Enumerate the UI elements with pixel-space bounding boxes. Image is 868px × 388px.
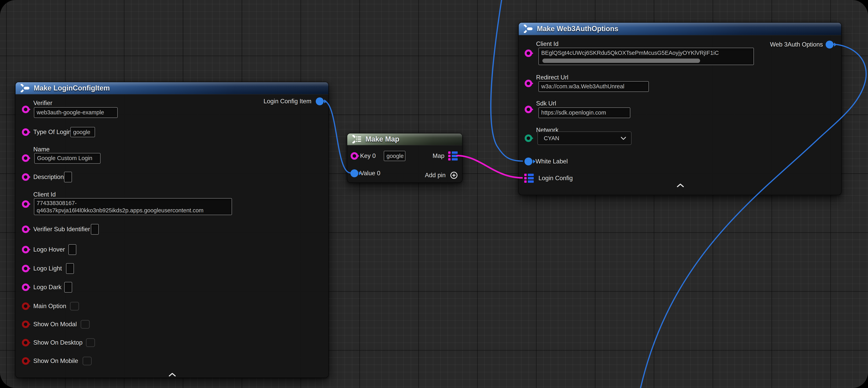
label-verifier: Verifier: [33, 99, 52, 107]
node-make-web3auth-options[interactable]: Make Web3AuthOptions Web 3Auth Options C…: [518, 22, 842, 195]
field-description[interactable]: [64, 172, 72, 182]
collapse-chevron-icon[interactable]: [677, 184, 684, 187]
network-dropdown-value: CYAN: [544, 135, 559, 142]
label-main-option: Main Option: [33, 302, 66, 310]
pin-output-map[interactable]: [448, 151, 458, 160]
pin-description[interactable]: [22, 173, 29, 181]
pin-logo-hover[interactable]: [22, 246, 29, 253]
pin-logo-light[interactable]: [22, 265, 29, 272]
node-make-map[interactable]: Make Map Key 0 google Value 0 Map Add pi…: [347, 133, 463, 183]
field-client-id[interactable]: 774338308167- q463s7kpvja16l4l0kko3nb925…: [34, 198, 232, 215]
node-header-make-login-config-item[interactable]: Make LoginConfigItem: [16, 82, 328, 94]
label-logo-dark: Logo Dark: [33, 283, 61, 291]
pin-redirect-url[interactable]: [525, 80, 532, 87]
label-white-label: White Label: [535, 157, 568, 166]
pin-white-label[interactable]: [524, 157, 532, 166]
pin-value-0[interactable]: [350, 169, 358, 177]
label-client-id: Client Id: [536, 40, 559, 48]
wire-offscreen-to-white-label[interactable]: [491, 0, 523, 161]
output-label-web3auth-options: Web 3Auth Options: [770, 40, 823, 49]
pin-client-id[interactable]: [22, 200, 29, 208]
checkbox-show-on-desktop[interactable]: [86, 338, 95, 347]
field-sdk-url[interactable]: https://sdk.openlogin.com: [538, 108, 630, 118]
output-label-map: Map: [433, 152, 444, 160]
label-show-on-desktop: Show On Desktop: [33, 339, 83, 347]
label-name: Name: [33, 146, 50, 153]
node-title: Make Map: [365, 135, 399, 143]
field-logo-dark[interactable]: [64, 282, 72, 293]
label-client-id: Client Id: [33, 191, 56, 199]
label-logo-light: Logo Light: [33, 265, 62, 272]
label-logo-hover: Logo Hover: [33, 246, 65, 253]
pin-sdk-url[interactable]: [525, 106, 532, 113]
label-key-0: Key 0: [360, 152, 376, 160]
checkbox-main-option[interactable]: [70, 302, 79, 310]
pin-verifier-sub-identifier[interactable]: [22, 226, 29, 233]
pin-output-login-config-item[interactable]: [316, 97, 323, 105]
pin-main-option[interactable]: [22, 302, 29, 310]
field-verifier-sub-identifier[interactable]: [91, 224, 99, 235]
field-client-id-scrollbar[interactable]: [542, 59, 700, 63]
field-logo-light[interactable]: [66, 263, 74, 274]
output-label-login-config-item: Login Config Item: [264, 97, 311, 105]
checkbox-show-on-modal[interactable]: [81, 320, 90, 329]
node-title: Make Web3AuthOptions: [537, 25, 618, 33]
field-redirect-url[interactable]: w3a://com.w3a.Web3AuthUnreal: [538, 81, 649, 92]
pin-show-on-modal[interactable]: [22, 321, 29, 328]
label-show-on-modal: Show On Modal: [33, 320, 77, 328]
label-type-of-login: Type Of Login: [33, 128, 71, 136]
field-logo-hover[interactable]: [68, 244, 76, 255]
pin-show-on-mobile[interactable]: [22, 357, 29, 365]
make-struct-icon: [523, 25, 533, 33]
blueprint-graph-canvas[interactable]: Make LoginConfigItem Login Config Item V…: [0, 0, 868, 388]
make-map-icon: [352, 135, 362, 144]
pin-key-0[interactable]: [351, 152, 358, 160]
pin-name[interactable]: [22, 154, 29, 162]
label-login-config: Login Config: [538, 174, 573, 182]
checkbox-show-on-mobile[interactable]: [83, 357, 92, 365]
node-header-make-map[interactable]: Make Map: [347, 133, 462, 145]
label-description: Description: [33, 173, 64, 181]
pin-verifier[interactable]: [22, 106, 29, 113]
client-id-line1: 774338308167-: [37, 200, 229, 207]
field-key-0[interactable]: google: [384, 151, 405, 161]
label-sdk-url: Sdk Url: [536, 99, 556, 108]
field-type-of-login[interactable]: google: [70, 127, 95, 137]
add-pin-icon[interactable]: [450, 171, 458, 179]
network-dropdown[interactable]: CYAN: [537, 131, 631, 145]
chevron-down-icon: [621, 137, 626, 140]
field-name[interactable]: Google Custom Login: [34, 153, 100, 163]
add-pin-label: Add pin: [425, 171, 446, 179]
node-make-login-config-item[interactable]: Make LoginConfigItem Login Config Item V…: [15, 82, 329, 378]
pin-network[interactable]: [525, 135, 532, 142]
pin-client-id[interactable]: [525, 50, 532, 57]
pin-logo-dark[interactable]: [22, 283, 29, 291]
label-verifier-sub-identifier: Verifier Sub Identifier: [33, 225, 90, 233]
pin-output-web3auth-options[interactable]: [826, 40, 834, 49]
pin-login-config[interactable]: [524, 174, 534, 183]
label-value-0: Value 0: [360, 169, 380, 177]
make-struct-icon: [20, 84, 30, 92]
pin-type-of-login[interactable]: [22, 128, 29, 136]
client-id-line2: q463s7kpvja16l4l0kko3nb925ikds2p.apps.go…: [37, 207, 229, 214]
label-show-on-mobile: Show On Mobile: [33, 357, 78, 365]
wire-map-to-login-config[interactable]: [457, 155, 523, 178]
node-header-make-web3auth-options[interactable]: Make Web3AuthOptions: [519, 23, 841, 35]
collapse-chevron-icon[interactable]: [169, 373, 176, 376]
field-verifier[interactable]: web3auth-google-example: [34, 107, 118, 118]
node-title: Make LoginConfigItem: [34, 84, 110, 92]
label-redirect-url: Redirect Url: [536, 73, 568, 82]
pin-show-on-desktop[interactable]: [22, 339, 29, 347]
